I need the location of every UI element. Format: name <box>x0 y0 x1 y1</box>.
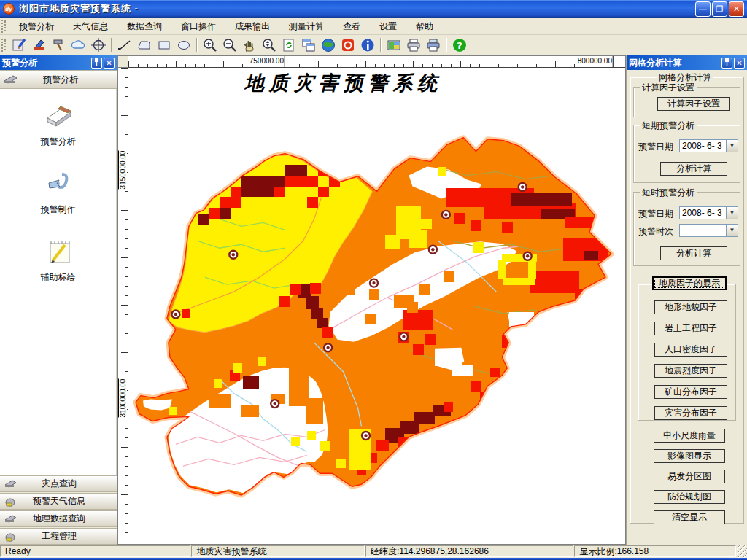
target-locate-button[interactable] <box>88 36 108 54</box>
menu-item-2[interactable]: 天气信息 <box>63 18 117 34</box>
town-marker[interactable] <box>362 432 370 440</box>
factor-button-3[interactable]: 人口密度因子 <box>654 343 727 357</box>
paint-tool-button[interactable] <box>29 36 49 54</box>
pan-hand-button[interactable] <box>239 36 259 54</box>
town-marker[interactable] <box>524 252 532 260</box>
draw-ellipse-button[interactable] <box>174 36 193 54</box>
accordion-bar-3[interactable]: 地理数据查询 <box>0 510 117 527</box>
factor-button-2[interactable]: 岩土工程因子 <box>654 322 727 335</box>
identify-info-button[interactable] <box>357 36 377 54</box>
menu-item-7[interactable]: 查看 <box>333 18 370 34</box>
zoom-extent-icon <box>261 37 277 53</box>
raster-cell <box>322 327 333 338</box>
tool-item-1[interactable]: 预警分析 <box>0 99 116 148</box>
zoom-out-button[interactable] <box>220 36 239 54</box>
right-panel-close-button[interactable]: ✕ <box>734 58 745 69</box>
resize-grip[interactable] <box>737 545 747 558</box>
factor-setting-button[interactable]: 计算因子设置 <box>657 97 730 111</box>
zoom-extent-button[interactable] <box>259 36 279 54</box>
accordion-bar-2[interactable]: 预警天气信息 <box>0 493 117 510</box>
print-preview-button[interactable] <box>423 36 443 54</box>
chevron-down-icon[interactable]: ▼ <box>726 225 738 236</box>
chevron-down-icon[interactable]: ▼ <box>726 140 738 152</box>
town-marker[interactable] <box>442 211 450 219</box>
menu-item-9[interactable]: 帮助 <box>406 18 443 34</box>
short-time-period-combo[interactable]: ▼ <box>679 224 738 237</box>
factor-button-5[interactable]: 矿山分布因子 <box>654 385 727 399</box>
chevron-down-icon[interactable]: ▼ <box>726 207 738 219</box>
left-panel-header: 预警分析 ✕ <box>0 55 117 70</box>
menu-drag-grip[interactable] <box>1 20 7 33</box>
raster-cell <box>565 217 595 228</box>
town-marker[interactable] <box>229 251 237 259</box>
short-time-date-combo[interactable]: 2008- 6- 3 ▼ <box>679 206 738 219</box>
short-term-date-combo[interactable]: 2008- 6- 3 ▼ <box>679 139 738 152</box>
right-panel-pin-button[interactable] <box>721 58 732 69</box>
layer-button-4[interactable]: 防治规划图 <box>654 490 725 504</box>
left-panel-close-button[interactable]: ✕ <box>104 58 115 69</box>
raster-cell <box>502 222 513 233</box>
draw-line-button[interactable] <box>115 36 134 54</box>
raster-cell <box>258 357 266 366</box>
minimize-button[interactable]: — <box>695 1 711 17</box>
warning-make-tool-icon <box>42 167 75 201</box>
layer-button-5[interactable]: 清空显示 <box>654 510 725 524</box>
toolbar-drag-grip[interactable] <box>1 39 7 52</box>
menu-item-4[interactable]: 窗口操作 <box>171 18 225 34</box>
geo-factor-display-button[interactable]: 地质因子的显示 <box>652 276 727 290</box>
map-export-button[interactable] <box>384 36 403 54</box>
status-bar: Ready 地质灾害预警系统 经纬度:114.296875,28.162686 … <box>0 545 747 558</box>
map-export-icon <box>386 37 402 53</box>
town-marker[interactable] <box>429 246 437 254</box>
tool-item-3[interactable]: 辅助标绘 <box>0 235 116 284</box>
town-marker[interactable] <box>370 279 378 287</box>
raster-cell <box>344 284 355 295</box>
menu-item-1[interactable]: 预警分析 <box>9 18 63 34</box>
menu-item-3[interactable]: 数据查询 <box>117 18 171 34</box>
short-time-analyze-button[interactable]: 分析计算 <box>660 246 727 260</box>
town-marker[interactable] <box>171 310 179 318</box>
zoom-in-button[interactable] <box>200 36 220 54</box>
layer-button-1[interactable]: 中小尺度雨量 <box>654 429 725 443</box>
town-marker[interactable] <box>400 332 408 341</box>
help-button[interactable]: ? <box>449 36 469 54</box>
copy-window-button[interactable] <box>298 36 318 54</box>
town-marker[interactable] <box>271 400 279 408</box>
edit-warning-button[interactable] <box>9 36 29 54</box>
weather-cloud-button[interactable] <box>69 36 88 54</box>
restore-button[interactable]: ❐ <box>712 1 727 17</box>
town-marker[interactable] <box>519 183 527 191</box>
close-button[interactable]: ✕ <box>729 1 744 17</box>
menu-item-5[interactable]: 成果输出 <box>225 18 279 34</box>
raster-cell <box>209 394 231 408</box>
raster-cell <box>214 379 222 388</box>
draw-rectangle-button[interactable] <box>154 36 174 54</box>
refresh-view-button[interactable] <box>279 36 298 54</box>
accordion-bar-1[interactable]: 灾点查询 <box>0 475 117 492</box>
raster-cell <box>290 284 301 295</box>
menu-bar: 预警分析天气信息数据查询窗口操作成果输出测量计算查看设置帮助 <box>0 18 747 35</box>
accordion-bar-4[interactable]: 工程管理 <box>0 528 117 545</box>
tool-item-2[interactable]: 预警制作 <box>0 167 116 216</box>
short-term-analyze-button[interactable]: 分析计算 <box>660 162 727 176</box>
factor-button-6[interactable]: 灾害分布因子 <box>654 406 727 420</box>
menu-item-6[interactable]: 测量计算 <box>279 18 333 34</box>
factor-button-4[interactable]: 地震烈度因子 <box>654 364 727 378</box>
section-bar-warning-analysis[interactable]: 预警分析 <box>0 70 117 89</box>
print-button[interactable] <box>403 36 423 54</box>
ruler-label: 750000.00 <box>249 56 285 67</box>
layer-button-2[interactable]: 影像图显示 <box>654 449 725 463</box>
factor-button-1[interactable]: 地形地貌因子 <box>654 300 727 314</box>
clear-overlay-button[interactable] <box>338 36 357 54</box>
draw-polygon-button[interactable] <box>134 36 154 54</box>
section-title: 预警分析 <box>19 74 117 86</box>
disaster-warning-map[interactable]: 地质灾害预警系统 <box>128 68 625 544</box>
globe-button[interactable] <box>318 36 338 54</box>
layer-button-3[interactable]: 易发分区图 <box>654 470 725 483</box>
map-canvas[interactable]: 地质灾害预警系统 <box>128 68 625 544</box>
repair-tool-button[interactable] <box>49 36 69 54</box>
menu-item-8[interactable]: 设置 <box>370 18 406 34</box>
town-marker[interactable] <box>324 343 332 351</box>
left-panel-pin-button[interactable] <box>91 58 102 69</box>
raster-cell <box>263 187 274 198</box>
